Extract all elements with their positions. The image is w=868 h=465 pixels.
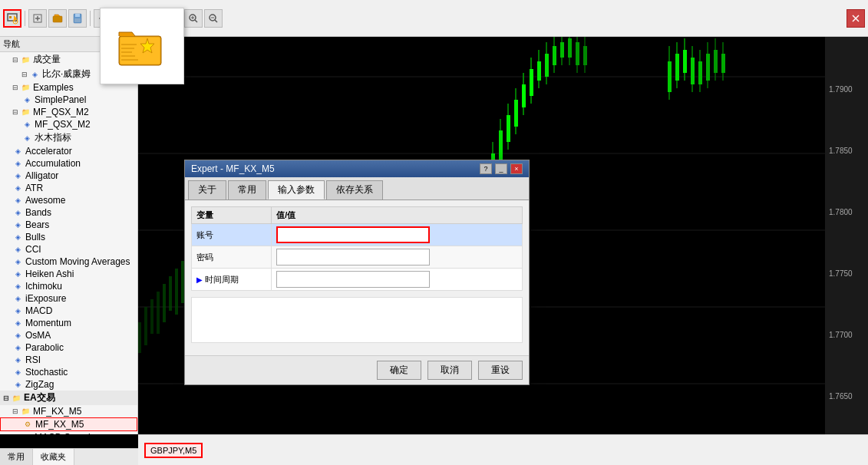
folder-icon: 📁	[20, 107, 31, 117]
param-value-timeperiod	[272, 269, 523, 291]
svg-rect-79	[53, 16, 62, 22]
dialog-minimize-btn[interactable]: _	[495, 163, 507, 174]
sidebar-item-atr[interactable]: ◈ ATR	[0, 182, 137, 194]
toolbar-sep-2	[90, 11, 91, 26]
item-icon: ◈	[12, 158, 23, 169]
item-icon: ◈	[12, 170, 23, 181]
sidebar-item-label: SimplePanel	[35, 94, 86, 105]
toolbar-btn-zoom-in[interactable]	[184, 9, 203, 28]
sidebar-item-label: Bands	[25, 207, 51, 218]
sidebar-item-ichimoku[interactable]: ◈ Ichimoku	[0, 280, 137, 292]
expert-icon: ⚙	[22, 419, 33, 430]
param-value-account	[272, 224, 523, 246]
status-symbol[interactable]: GBPJPY,M5	[144, 443, 203, 458]
sidebar-tabs: 常用 收藏夹	[0, 448, 138, 465]
table-row-timeperiod[interactable]: ▶ 时间周期	[192, 269, 523, 291]
sidebar-item-label: RSI	[25, 355, 41, 365]
toolbar-btn-zoom-out[interactable]	[204, 9, 223, 28]
svg-text:1.7650: 1.7650	[829, 392, 853, 401]
svg-rect-81	[75, 14, 80, 17]
sidebar-item-accelerator[interactable]: ◈ Accelerator	[0, 145, 137, 157]
param-label-password: 密码	[192, 246, 272, 269]
item-icon: ◈	[12, 219, 23, 230]
sidebar-item-label: MACD Sample	[35, 432, 95, 434]
sidebar-item-awesome[interactable]: ◈ Awesome	[0, 194, 137, 206]
sidebar-item-macd-sample[interactable]: ◈ MACD Sample	[0, 431, 137, 434]
ok-button[interactable]: 确定	[377, 361, 421, 380]
dialog-help-btn[interactable]: ?	[480, 163, 492, 174]
dialog-content: 变量 值/值 账号 密码	[185, 200, 529, 355]
cancel-button[interactable]: 取消	[427, 361, 472, 380]
sidebar-item-zigzag[interactable]: ◈ ZigZag	[0, 378, 137, 391]
tab-common[interactable]: 常用	[0, 449, 33, 465]
svg-line-92	[215, 20, 217, 22]
dialog-tab-about[interactable]: 关于	[188, 180, 226, 200]
timeperiod-input[interactable]	[276, 271, 430, 288]
sidebar-item-simplepanel[interactable]: ◈ SimplePanel	[0, 94, 137, 106]
item-icon: ◈	[12, 269, 23, 279]
sidebar-item-mf-qsx[interactable]: ⊟ 📁 MF_QSX_M2	[0, 106, 137, 118]
status-bar: GBPJPY,M5	[138, 434, 868, 465]
param-label-account: 账号	[192, 224, 272, 246]
sidebar-item-accumulation[interactable]: ◈ Accumulation	[0, 157, 137, 170]
sidebar-item-osma[interactable]: ◈ OsMA	[0, 329, 137, 341]
toolbar-btn-close[interactable]	[847, 9, 865, 28]
password-input[interactable]	[276, 249, 430, 265]
sidebar-item-custom-ma[interactable]: ◈ Custom Moving Averages	[0, 256, 137, 268]
col-variable: 变量	[192, 207, 272, 224]
folder-icon: 📁	[20, 406, 31, 417]
sidebar-item-bulls[interactable]: ◈ Bulls	[0, 231, 137, 243]
account-input[interactable]	[276, 226, 430, 243]
item-icon: ◈	[12, 146, 23, 157]
item-icon: ◈	[12, 367, 23, 378]
sidebar-item-label: Examples	[33, 82, 74, 93]
item-icon: ◈	[12, 305, 23, 316]
dialog-expert[interactable]: Expert - MF_KX_M5 ? _ × 关于 常用 输入参数 依存关系 …	[184, 160, 530, 385]
tab-favorites[interactable]: 收藏夹	[33, 449, 74, 465]
sidebar-item-heiken-ashi[interactable]: ◈ Heiken Ashi	[0, 268, 137, 280]
sidebar-item-mf-kx-m5-sub[interactable]: ⚙ MF_KX_M5	[0, 417, 137, 431]
sidebar-item-label: MACD	[25, 305, 52, 316]
sidebar-item-stochastic[interactable]: ◈ Stochastic	[0, 366, 137, 378]
dialog-tab-input-params[interactable]: 输入参数	[268, 180, 325, 200]
sidebar-item-label: Custom Moving Averages	[25, 256, 130, 267]
sidebar-item-mf-kx-m5[interactable]: ⊟ 📁 MF_KX_M5	[0, 405, 137, 417]
toolbar-btn-new[interactable]	[28, 9, 47, 28]
sidebar-item-bands[interactable]: ◈ Bands	[0, 206, 137, 219]
svg-line-88	[195, 20, 197, 22]
dialog-close-btn[interactable]: ×	[510, 163, 523, 174]
sidebar-item-cci[interactable]: ◈ CCI	[0, 243, 137, 256]
sidebar-item-iexposure[interactable]: ◈ iExposure	[0, 292, 137, 305]
sidebar-item-label: Parabolic	[25, 342, 64, 353]
dialog-tab-dependencies[interactable]: 依存关系	[326, 180, 383, 200]
dialog-titlebar-buttons: ? _ ×	[480, 163, 523, 174]
toolbar-btn-open[interactable]	[48, 9, 67, 28]
folder-star-icon	[115, 19, 169, 73]
sidebar-item-label: Awesome	[25, 195, 65, 206]
table-row-password[interactable]: 密码	[192, 246, 523, 269]
param-empty-area	[191, 297, 523, 343]
item-icon: ◈	[12, 195, 23, 206]
sidebar-item-macd[interactable]: ◈ MACD	[0, 305, 137, 317]
sidebar-item-label: Alligator	[25, 170, 58, 181]
sidebar-item-bears[interactable]: ◈ Bears	[0, 219, 137, 231]
dialog-tab-common[interactable]: 常用	[228, 180, 266, 200]
item-icon: ◈	[12, 379, 23, 390]
sidebar-item-shuimu[interactable]: ◈ 水木指标	[0, 130, 137, 145]
table-row-account[interactable]: 账号	[192, 224, 523, 246]
toolbar-btn-save[interactable]	[68, 9, 87, 28]
reset-button[interactable]: 重设	[478, 361, 523, 380]
sidebar-item-label: EA交易	[24, 391, 55, 404]
sidebar-item-parabolic[interactable]: ◈ Parabolic	[0, 341, 137, 354]
sidebar-item-alligator[interactable]: ◈ Alligator	[0, 170, 137, 182]
sidebar-item-mf-qsx-sub[interactable]: ◈ MF_QSX_M2	[0, 118, 137, 130]
sidebar-item-ea-trading[interactable]: ⊟ 📁 EA交易	[0, 391, 137, 405]
param-label-timeperiod: ▶ 时间周期	[192, 269, 272, 291]
sidebar-item-label: 比尔·威廉姆	[42, 68, 91, 81]
sidebar-item-momentum[interactable]: ◈ Momentum	[0, 317, 137, 329]
svg-rect-72	[9, 16, 12, 18]
toolbar-navigate-button[interactable]	[3, 9, 21, 28]
sidebar-item-rsi[interactable]: ◈ RSI	[0, 354, 137, 366]
expand-icon: ⊟	[12, 108, 18, 116]
svg-rect-82	[74, 18, 81, 22]
